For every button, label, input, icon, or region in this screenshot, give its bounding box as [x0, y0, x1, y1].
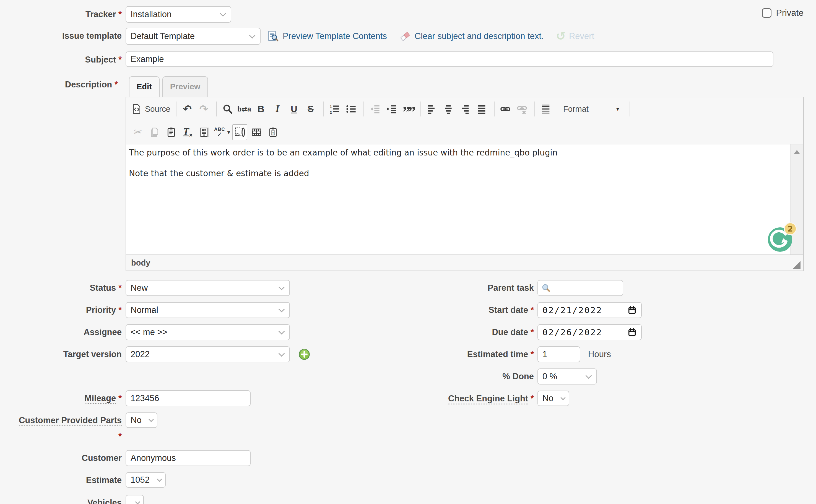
redo-button[interactable]: ↷	[196, 101, 211, 117]
italic-button[interactable]: I	[270, 101, 285, 117]
subject-row: Subject * Example	[0, 51, 816, 68]
align-left-button[interactable]	[424, 101, 439, 117]
start-date-input[interactable]: 02/21/2022	[537, 302, 642, 318]
numbered-list-button[interactable]: 1 2	[327, 101, 342, 117]
mileage-row: Mileage * 123456	[0, 390, 432, 406]
preview-template-link[interactable]: Preview Template Contents	[283, 31, 387, 41]
customer-input[interactable]: Anonymous	[126, 450, 251, 466]
line-height-button[interactable]	[538, 101, 553, 117]
assignee-label: Assignee	[0, 324, 126, 340]
parent-task-input[interactable]	[537, 280, 623, 296]
source-button[interactable]: Source	[131, 101, 171, 117]
svg-text:T: T	[272, 131, 274, 135]
toolbar-separator	[494, 102, 495, 116]
status-row: Status * New	[0, 280, 432, 296]
priority-select[interactable]: Normal	[126, 302, 290, 318]
resize-handle-icon[interactable]	[793, 261, 801, 269]
align-center-button[interactable]	[441, 101, 456, 117]
description-editor-column: Edit Preview Source↶↷ b⇄aBIUS1 2 ”” Form…	[126, 76, 804, 271]
indent-button[interactable]	[384, 101, 399, 117]
undo-button[interactable]: ↶	[180, 101, 195, 117]
select-all-button[interactable]	[197, 124, 212, 140]
calendar-icon[interactable]	[627, 305, 637, 315]
estimated-time-input[interactable]: 1	[537, 346, 580, 362]
vehicles-row: Vehicles	[0, 495, 432, 504]
estimate-select[interactable]: 1052	[126, 472, 166, 488]
hours-suffix: Hours	[588, 346, 611, 362]
check-engine-light-row: Check Engine Light * No	[432, 391, 816, 407]
description-label: Description *	[0, 76, 122, 93]
blockquote-button[interactable]: ””	[401, 101, 415, 117]
add-version-icon[interactable]	[298, 348, 310, 360]
subject-input[interactable]: Example	[126, 51, 773, 67]
tracker-row: Tracker * Installation	[0, 6, 816, 23]
private-checkbox[interactable]	[762, 8, 771, 18]
priority-label: Priority *	[0, 302, 126, 318]
tab-edit[interactable]: Edit	[129, 76, 160, 97]
due-date-label: Due date *	[432, 324, 537, 340]
toolbar-separator	[630, 102, 630, 116]
issue-edit-form: Private Tracker * Installation Issue tem…	[0, 0, 816, 504]
template-actions: Preview Template Contents Clear subject …	[267, 28, 606, 45]
clear-subject-description-link[interactable]: Clear subject and description text.	[415, 31, 544, 41]
percent-done-select[interactable]: 0 %	[537, 368, 597, 385]
assignee-select[interactable]: << me >>	[126, 324, 290, 340]
align-right-button[interactable]	[458, 101, 472, 117]
format-dropdown-button[interactable]: Format▾	[555, 101, 625, 117]
paste-button[interactable]	[164, 124, 179, 140]
strikethrough-button[interactable]: S	[303, 101, 318, 117]
bold-button[interactable]: B	[253, 101, 268, 117]
editor-toolbar-row-2: ✂ T× ABC✓▾ T	[126, 121, 803, 144]
media-button[interactable]	[249, 124, 264, 140]
estimated-time-label: Estimated time *	[432, 346, 537, 362]
status-select[interactable]: New	[126, 280, 290, 296]
rich-text-editor: Source↶↷ b⇄aBIUS1 2 ”” Format▾ ✂ T×	[126, 97, 804, 271]
revert-link[interactable]: Revert	[569, 31, 594, 41]
priority-row: Priority * Normal	[0, 302, 432, 318]
cut-button[interactable]: ✂	[131, 124, 145, 140]
paste-text-button[interactable]: T	[266, 124, 280, 140]
percent-done-row: % Done 0 %	[432, 368, 816, 385]
align-justify-button[interactable]	[474, 101, 489, 117]
calendar-icon[interactable]	[627, 328, 637, 337]
spellcheck-button[interactable]: ABC✓▾	[214, 124, 231, 140]
vehicles-select[interactable]	[126, 495, 144, 504]
show-blocks-button[interactable]	[232, 124, 247, 140]
customer-row: Customer Anonymous	[0, 450, 432, 466]
customer-provided-parts-label: Customer Provided Parts *	[0, 412, 126, 445]
outdent-button[interactable]	[367, 101, 382, 117]
customer-provided-parts-select[interactable]: No	[126, 412, 157, 428]
grammarly-icon[interactable]: 2	[767, 227, 793, 252]
eraser-icon	[399, 30, 411, 42]
mileage-input[interactable]: 123456	[126, 390, 251, 406]
start-date-row: Start date * 02/21/2022	[432, 302, 816, 318]
copy-button[interactable]	[147, 124, 162, 140]
clear-text-action: Clear subject and description text.	[399, 30, 544, 42]
underline-button[interactable]: U	[287, 101, 302, 117]
issue-template-select[interactable]: Default Template	[126, 28, 261, 45]
editor-toolbar-row-1: Source↶↷ b⇄aBIUS1 2 ”” Format▾	[126, 97, 803, 121]
scrollbar-up-arrow-icon[interactable]	[794, 150, 800, 154]
unlink-button[interactable]	[514, 101, 529, 117]
tab-preview[interactable]: Preview	[162, 76, 208, 97]
parent-task-row: Parent task	[432, 280, 816, 296]
replace-button[interactable]: b⇄a	[237, 101, 252, 117]
remove-format-button[interactable]: T×	[180, 124, 195, 140]
link-button[interactable]	[498, 101, 513, 117]
bulleted-list-button[interactable]	[344, 101, 358, 117]
check-engine-light-select[interactable]: No	[537, 391, 569, 406]
mileage-label: Mileage *	[0, 390, 126, 406]
editor-status-bar: body	[126, 254, 803, 271]
estimated-time-row: Estimated time * 1 Hours	[432, 346, 816, 362]
due-date-input[interactable]: 02/26/2022	[537, 324, 642, 340]
find-button[interactable]	[220, 101, 235, 117]
tracker-select[interactable]: Installation	[126, 6, 231, 23]
preview-template-action: Preview Template Contents	[267, 30, 387, 42]
target-version-select[interactable]: 2022	[126, 346, 290, 362]
due-date-row: Due date * 02/26/2022	[432, 324, 816, 340]
estimate-row: Estimate 1052	[0, 472, 432, 488]
editor-tabs: Edit Preview	[129, 76, 804, 97]
description-textarea[interactable]: The purpose of this work order is to be …	[126, 144, 803, 254]
estimate-label: Estimate	[0, 472, 126, 488]
assignee-row: Assignee << me >>	[0, 324, 432, 340]
